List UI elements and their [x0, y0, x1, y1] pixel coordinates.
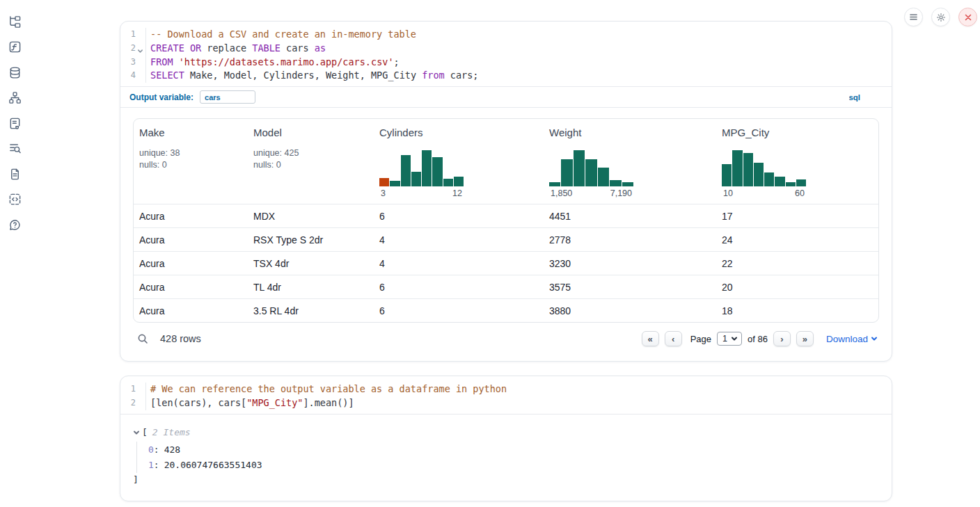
- table-cell: TL 4dr: [248, 282, 374, 293]
- table-cell: RSX Type S 2dr: [248, 234, 374, 246]
- histogram-bars: [722, 150, 806, 186]
- next-page-button[interactable]: ›: [773, 331, 791, 346]
- table-body: AcuraMDX6445117AcuraRSX Type S 2dr427782…: [134, 204, 878, 322]
- menu-button[interactable]: [904, 8, 923, 26]
- table-row: AcuraRSX Type S 2dr4277824: [134, 227, 878, 251]
- table-search-button[interactable]: [137, 333, 148, 344]
- table-cell: 6: [374, 282, 544, 293]
- histogram-bars: [549, 150, 633, 186]
- histogram-bar: [454, 177, 464, 187]
- column-header[interactable]: Weight1,8507,190: [544, 119, 716, 204]
- histogram-bar: [786, 182, 796, 186]
- table-row: Acura3.5 RL 4dr6388018: [134, 298, 878, 322]
- sidebar-help-button[interactable]: [8, 218, 22, 232]
- histogram-bar: [443, 179, 453, 186]
- histogram-bar: [610, 180, 621, 186]
- last-page-button[interactable]: »: [796, 331, 814, 346]
- histogram-axis: 1,8507,190: [549, 188, 633, 198]
- table-cell: 6: [374, 211, 544, 222]
- tree-entries: 0:4281:20.060747663551403: [136, 442, 879, 473]
- histogram-bar: [401, 155, 411, 186]
- python-cell: 12# We can reference the output variable…: [120, 376, 892, 501]
- axis-min-label: 3: [381, 188, 386, 198]
- tree-open-bracket: [: [142, 427, 148, 437]
- histogram-bar: [411, 172, 421, 186]
- line-number: 4: [120, 69, 145, 83]
- tree-entry: 1:20.060747663551403: [148, 457, 879, 473]
- axis-max-label: 7,190: [610, 188, 632, 198]
- table-cell: 6: [374, 305, 544, 316]
- document-icon: [8, 168, 22, 181]
- search-logs-icon: [8, 142, 22, 155]
- sql-code-editor[interactable]: 1234-- Download a CSV and create an in-m…: [120, 22, 892, 86]
- settings-button[interactable]: [931, 8, 950, 26]
- page-of-label: of 86: [748, 334, 768, 344]
- chevron-down-icon: [731, 335, 738, 342]
- table-cell: 18: [716, 305, 878, 316]
- sidebar-datasources-button[interactable]: [8, 65, 22, 79]
- code-line: -- Download a CSV and create an in-memor…: [150, 28, 892, 42]
- fold-chevron-icon[interactable]: [137, 45, 143, 51]
- sidebar-scratchpad-button[interactable]: [8, 116, 22, 130]
- database-icon: [8, 66, 22, 79]
- column-header[interactable]: MPG_City1060: [716, 119, 878, 204]
- column-header[interactable]: Makeunique: 38nulls: 0: [134, 119, 248, 204]
- code-line: # We can reference the output variable a…: [150, 383, 892, 396]
- sidebar-dependency-graph-button[interactable]: [8, 91, 22, 105]
- sql-cell: 1234-- Download a CSV and create an in-m…: [120, 21, 892, 362]
- python-code-editor[interactable]: 12# We can reference the output variable…: [120, 376, 892, 414]
- line-number: 2: [120, 396, 145, 410]
- histogram-bar: [390, 181, 400, 186]
- histogram-bar: [432, 157, 442, 187]
- window-actions: [904, 8, 977, 26]
- hamburger-icon: [909, 13, 918, 22]
- code-line: [len(cars), cars["MPG_City"].mean()]: [150, 396, 892, 410]
- column-header[interactable]: Cylinders312: [374, 119, 544, 204]
- table-cell: MDX: [248, 211, 374, 222]
- page-select[interactable]: 1: [717, 332, 742, 346]
- tree-items-count: 2 Items: [152, 427, 191, 437]
- tree-expand-chevron-icon[interactable]: [133, 429, 140, 436]
- code-lines: # We can reference the output variable a…: [146, 383, 892, 410]
- tree-entry: 0:428: [148, 442, 879, 458]
- sidebar-logs-button[interactable]: [8, 142, 22, 156]
- sidebar-documentation-button[interactable]: [8, 167, 22, 181]
- table-cell: 4: [374, 258, 544, 269]
- gear-icon: [936, 13, 946, 22]
- download-button[interactable]: Download: [826, 334, 878, 344]
- sql-cell-footer: Output variable: sql: [120, 86, 892, 108]
- histogram-bar: [574, 150, 585, 186]
- sidebar-file-tree-button[interactable]: [8, 15, 22, 29]
- tree-close-bracket: ]: [133, 474, 879, 488]
- tree-entry-key: 0: [148, 444, 154, 455]
- line-number-gutter: 1234: [120, 28, 146, 83]
- line-number: 3: [120, 56, 145, 70]
- output-variable-input[interactable]: [200, 90, 255, 104]
- notebook: 1234-- Download a CSV and create an in-m…: [120, 21, 892, 501]
- histogram-axis: 312: [379, 188, 464, 198]
- tree-root: [2 Items: [133, 425, 879, 440]
- tree-entry-value: 428: [164, 444, 180, 455]
- shutdown-button[interactable]: [958, 8, 977, 26]
- first-page-button[interactable]: «: [642, 331, 659, 346]
- row-count: 428 rows: [160, 333, 201, 344]
- histogram-bar: [622, 182, 633, 186]
- table-cell: 3575: [544, 282, 716, 293]
- histogram-bar: [585, 159, 596, 187]
- table-cell: TSX 4dr: [248, 258, 374, 269]
- line-number-gutter: 12: [120, 383, 146, 410]
- table-cell: 22: [716, 258, 878, 269]
- table-cell: Acura: [134, 211, 248, 222]
- histogram-bar: [732, 150, 742, 186]
- sidebar-snippets-button[interactable]: [8, 193, 22, 207]
- sidebar-functions-button[interactable]: [8, 40, 22, 54]
- column-header[interactable]: Modelunique: 425nulls: 0: [248, 119, 374, 204]
- language-badge: sql: [848, 93, 883, 102]
- prev-page-button[interactable]: ‹: [665, 331, 682, 346]
- function-icon: [8, 40, 22, 54]
- column-name: MPG_City: [722, 127, 873, 138]
- tree-entry-value: 20.060747663551403: [164, 460, 262, 470]
- column-name: Make: [139, 127, 242, 138]
- table-cell: 4: [374, 234, 544, 246]
- table-row: AcuraTSX 4dr4323022: [134, 251, 878, 275]
